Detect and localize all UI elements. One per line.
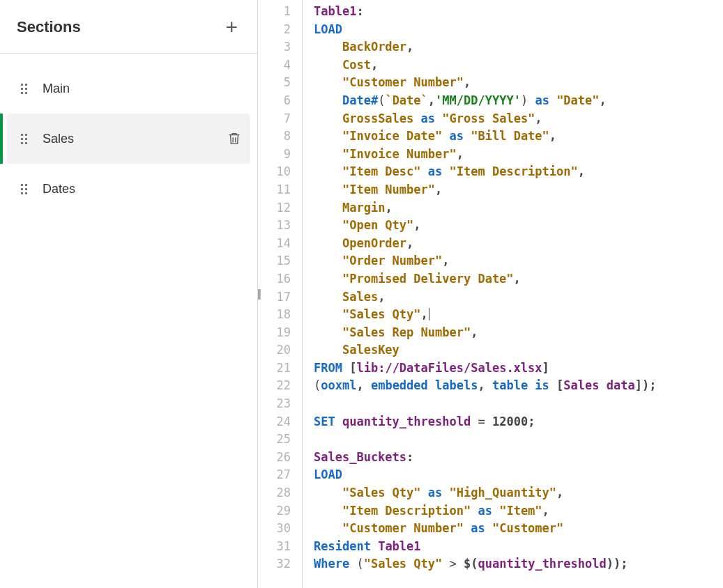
code-line[interactable]: "Invoice Date" as "Bill Date",: [314, 127, 723, 146]
code-line[interactable]: Resident Table1: [314, 538, 723, 556]
line-number: 31: [258, 538, 296, 556]
line-number: 16: [258, 270, 296, 288]
line-number: 14: [258, 235, 296, 253]
sidebar-item-label: Sales: [43, 132, 227, 146]
line-number: 15: [258, 252, 296, 270]
code-line[interactable]: "Customer Number",: [314, 74, 723, 92]
section-list: MainSalesDates: [0, 54, 257, 224]
line-number: 19: [258, 324, 296, 342]
sidebar-item-main[interactable]: Main: [7, 63, 250, 114]
code-line[interactable]: "Item Desc" as "Item Description",: [314, 163, 723, 181]
code-line[interactable]: "Promised Delivery Date",: [314, 270, 723, 288]
sidebar-header: Sections +: [0, 0, 257, 54]
sections-sidebar: Sections + MainSalesDates ||: [0, 0, 258, 588]
line-number: 9: [258, 146, 296, 164]
code-line[interactable]: "Open Qty",: [314, 217, 723, 235]
code-line[interactable]: BackOrder,: [314, 38, 723, 56]
line-number: 27: [258, 466, 296, 484]
text-cursor: [429, 308, 429, 320]
code-line[interactable]: FROM [lib://DataFiles/Sales.xlsx]: [314, 359, 723, 378]
line-number: 22: [258, 377, 296, 395]
code-line[interactable]: "Sales Qty",: [314, 306, 723, 324]
line-number-gutter: 1234567891011121314151617181920212223242…: [258, 0, 303, 588]
code-area[interactable]: Table1:LOAD BackOrder, Cost, "Customer N…: [303, 0, 723, 588]
code-line[interactable]: Sales_Buckets:: [314, 449, 723, 467]
code-line[interactable]: LOAD: [314, 21, 723, 39]
drag-handle-icon[interactable]: [21, 184, 27, 194]
line-number: 18: [258, 306, 296, 324]
sidebar-item-dates[interactable]: Dates: [7, 164, 250, 214]
line-number: 11: [258, 181, 296, 199]
app-root: Sections + MainSalesDates || 12345678910…: [0, 0, 723, 588]
add-section-button[interactable]: +: [222, 17, 241, 38]
code-line[interactable]: [314, 395, 723, 413]
code-line[interactable]: SET quantity_threshold = 12000;: [314, 413, 723, 431]
code-line[interactable]: (ooxml, embedded labels, table is [Sales…: [314, 377, 723, 395]
code-line[interactable]: "Order Number",: [314, 252, 723, 270]
line-number: 17: [258, 288, 296, 307]
code-line[interactable]: "Item Description" as "Item",: [314, 502, 723, 520]
code-line[interactable]: SalesKey: [314, 341, 723, 359]
code-line[interactable]: "Item Number",: [314, 181, 723, 199]
line-number: 7: [258, 110, 296, 128]
plus-icon: +: [225, 15, 238, 38]
drag-handle-icon[interactable]: [21, 134, 27, 144]
trash-icon[interactable]: [227, 130, 242, 147]
code-line[interactable]: Margin,: [314, 199, 723, 217]
code-editor[interactable]: 1234567891011121314151617181920212223242…: [258, 0, 723, 588]
code-line[interactable]: [314, 431, 723, 449]
sidebar-item-sales[interactable]: Sales: [7, 114, 250, 164]
line-number: 20: [258, 341, 296, 359]
code-line[interactable]: "Invoice Number",: [314, 146, 723, 164]
code-line[interactable]: Sales,: [314, 288, 723, 307]
line-number: 10: [258, 163, 296, 181]
line-number: 30: [258, 520, 296, 538]
sidebar-item-label: Dates: [43, 182, 242, 196]
code-line[interactable]: Date#(`Date`,'MM/DD/YYYY') as "Date",: [314, 92, 723, 110]
drag-handle-icon[interactable]: [21, 84, 27, 94]
line-number: 24: [258, 413, 296, 431]
line-number: 23: [258, 395, 296, 413]
sidebar-resize-handle[interactable]: ||: [257, 288, 260, 300]
line-number: 2: [258, 21, 296, 39]
line-number: 1: [258, 3, 296, 21]
line-number: 26: [258, 449, 296, 467]
line-number: 3: [258, 38, 296, 56]
line-number: 21: [258, 359, 296, 378]
code-line[interactable]: Where ("Sales Qty" > $(quantity_threshol…: [314, 555, 723, 573]
line-number: 4: [258, 56, 296, 75]
code-line[interactable]: "Sales Qty" as "High_Quantity",: [314, 484, 723, 502]
code-line[interactable]: GrossSales as "Gross Sales",: [314, 110, 723, 128]
code-line[interactable]: LOAD: [314, 466, 723, 484]
sidebar-item-label: Main: [43, 82, 242, 96]
line-number: 13: [258, 217, 296, 235]
line-number: 29: [258, 502, 296, 520]
line-number: 5: [258, 74, 296, 92]
sidebar-title: Sections: [17, 18, 81, 36]
code-line[interactable]: OpenOrder,: [314, 235, 723, 253]
line-number: 32: [258, 555, 296, 573]
line-number: 6: [258, 92, 296, 110]
line-number: 28: [258, 484, 296, 502]
code-line[interactable]: "Sales Rep Number",: [314, 324, 723, 342]
code-line[interactable]: Cost,: [314, 56, 723, 75]
line-number: 12: [258, 199, 296, 217]
line-number: 25: [258, 431, 296, 449]
line-number: 8: [258, 127, 296, 146]
code-line[interactable]: "Customer Number" as "Customer": [314, 520, 723, 538]
code-line[interactable]: Table1:: [314, 3, 723, 21]
